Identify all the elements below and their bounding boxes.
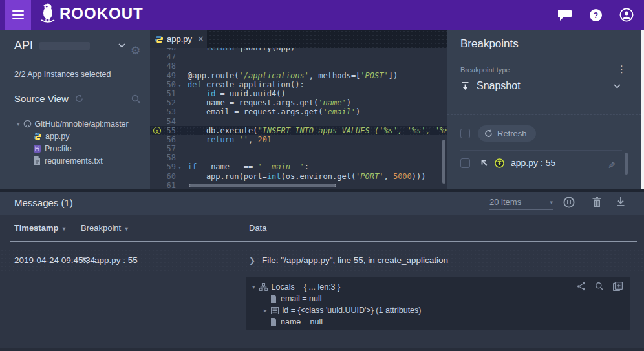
application-select[interactable]: API	[14, 39, 125, 58]
code-line-59[interactable]: 59▾if __name__ == '__main__':	[150, 162, 447, 171]
chevron-down-icon	[118, 43, 125, 48]
code-line-58[interactable]: 58	[150, 153, 447, 162]
code-text	[182, 181, 188, 189]
gutter-line-57[interactable]: 57	[150, 144, 182, 153]
caret-down-icon[interactable]: ▾	[252, 284, 255, 290]
add-to-workspace-icon[interactable]	[613, 282, 623, 291]
source-view-label: Source View	[14, 93, 69, 104]
code-text	[182, 144, 188, 153]
trash-icon[interactable]	[592, 197, 602, 208]
locals-root-row[interactable]: ▾ Locals = { ... len:3 }	[252, 281, 624, 293]
code-area[interactable]: 46 return jsonify(app)474849@app.route('…	[150, 48, 447, 189]
hamburger-menu-button[interactable]	[5, 0, 31, 30]
code-text: email = request.args.get('email')	[182, 107, 360, 116]
gutter-line-51[interactable]: 51	[150, 89, 182, 98]
gutter-line-48[interactable]: 48	[150, 61, 182, 70]
line-number: 55	[167, 126, 176, 135]
code-line-57[interactable]: 57	[150, 144, 447, 153]
code-line-47[interactable]: 47	[150, 52, 447, 61]
search-icon[interactable]	[595, 282, 604, 291]
heroku-icon	[34, 145, 41, 153]
gutter-line-59[interactable]: 59▾	[150, 162, 182, 171]
help-icon[interactable]: ?	[589, 8, 603, 22]
line-number: 51	[167, 89, 176, 98]
search-icon[interactable]	[131, 94, 141, 104]
share-icon[interactable]	[577, 282, 586, 291]
code-line-54[interactable]: 54	[150, 117, 447, 126]
sync-icon[interactable]	[75, 94, 83, 103]
gutter-line-47[interactable]: 47	[150, 52, 182, 61]
gutter-line-52[interactable]: 52	[150, 98, 182, 107]
gutter-line-61[interactable]: 61	[150, 181, 182, 189]
code-line-60[interactable]: 60 app.run(port=int(os.environ.get('PORT…	[150, 172, 447, 181]
gutter-line-58[interactable]: 58	[150, 153, 182, 162]
locals-label: Locals = { ... len:3 }	[272, 282, 341, 292]
pause-icon[interactable]	[563, 197, 575, 208]
close-icon[interactable]: ✕	[197, 34, 204, 44]
code-line-50[interactable]: 50▾def create_application():	[150, 80, 447, 89]
gutter-line-55[interactable]: ↧55	[150, 126, 182, 135]
line-number: 49	[167, 71, 176, 80]
edit-pencil-icon[interactable]: ✎	[608, 160, 616, 171]
tree-repo-node[interactable]: ▾ GitHub/mnoble/api:master	[0, 118, 150, 130]
line-number: 50	[167, 80, 176, 89]
horizontal-scrollbar[interactable]	[189, 184, 336, 187]
refresh-button[interactable]: Refresh	[478, 125, 536, 142]
tree-file-app-py[interactable]: app.py	[0, 130, 150, 142]
user-avatar-icon[interactable]	[619, 8, 634, 22]
gutter-line-54[interactable]: 54	[150, 117, 182, 126]
gutter-line-60[interactable]: 60	[150, 172, 182, 181]
expand-chevron-icon[interactable]: ❯	[249, 256, 255, 265]
sort-arrow-icon: ▼	[61, 226, 67, 232]
list-icon	[271, 307, 279, 314]
gutter-line-56[interactable]: 56	[150, 135, 182, 144]
source-file-tree: ▾ GitHub/mnoble/api:master app.py Procfi…	[0, 118, 150, 167]
page-size-select[interactable]: 20 items ▾	[489, 197, 553, 210]
breakpoint-type-value: Snapshot	[477, 80, 521, 92]
code-editor: app.py ✕ 46 return jsonify(app)474849@ap…	[150, 30, 447, 189]
code-text: if __name__ == '__main__':	[182, 162, 309, 171]
download-icon[interactable]	[616, 197, 626, 207]
file-label: requirements.txt	[45, 156, 103, 165]
breakpoint-checkbox[interactable]	[460, 158, 470, 168]
python-icon	[34, 133, 41, 140]
chat-icon[interactable]	[558, 8, 572, 21]
select-all-checkbox[interactable]	[460, 129, 470, 138]
editor-tab-app-py[interactable]: app.py ✕	[150, 30, 207, 48]
column-data[interactable]: Data	[249, 223, 266, 233]
breakpoint-type-label: Breakpoint type	[460, 66, 510, 74]
divider	[460, 150, 622, 151]
code-line-55[interactable]: ↧55 db.execute("INSERT INTO apps VALUES …	[150, 126, 447, 135]
breakpoint-type-select[interactable]: Snapshot	[460, 80, 621, 98]
code-line-51[interactable]: 51 id = uuid.uuid4()	[150, 89, 447, 98]
gutter-line-53[interactable]: 53	[150, 107, 182, 116]
breakpoints-scrollbar[interactable]	[625, 153, 628, 175]
kebab-menu-icon[interactable]: ⋮	[617, 63, 627, 75]
message-table-row[interactable]: 2019-04-24 09:45:34 app.py : 55 ❯File: "…	[0, 249, 644, 272]
rookout-bird-icon	[40, 3, 56, 25]
column-breakpoint[interactable]: Breakpoint▼	[81, 223, 129, 233]
code-line-48[interactable]: 48	[150, 61, 447, 70]
tree-structure-icon	[259, 283, 268, 291]
vertical-scrollbar[interactable]	[442, 140, 445, 184]
locals-var-row[interactable]: name = null	[252, 316, 624, 328]
snapshot-breakpoint-icon[interactable]: ↧	[153, 127, 161, 134]
code-line-56[interactable]: 56 return '', 201	[150, 135, 447, 144]
gear-icon[interactable]: ⚙	[131, 44, 140, 58]
tree-file-procfile[interactable]: Procfile	[0, 142, 150, 154]
file-icon	[270, 295, 277, 303]
data-cell[interactable]: ❯File: "/app/app.py", line 55, in create…	[249, 255, 448, 265]
line-number: 60	[167, 172, 176, 181]
gutter-line-50[interactable]: 50▾	[150, 80, 182, 89]
code-line-49[interactable]: 49@app.route('/applications', methods=['…	[150, 71, 447, 80]
app-instances-link[interactable]: 2/2 App Instances selected	[14, 70, 111, 79]
locals-var-row[interactable]: email = null	[252, 293, 624, 304]
snapshot-locals-box: ▾ Locals = { ... len:3 } email = null ▸ …	[246, 277, 630, 330]
code-line-53[interactable]: 53 email = request.args.get('email')	[150, 107, 447, 116]
code-line-52[interactable]: 52 name = request.args.get('name')	[150, 98, 447, 107]
tree-file-requirements[interactable]: requirements.txt	[0, 154, 150, 167]
gutter-line-49[interactable]: 49	[150, 71, 182, 80]
caret-right-icon[interactable]: ▸	[264, 307, 267, 314]
locals-var-row-expandable[interactable]: ▸ id = {<class 'uuid.UUID'>} (1 attribut…	[252, 304, 624, 316]
column-timestamp[interactable]: Timestamp▼	[14, 223, 67, 233]
